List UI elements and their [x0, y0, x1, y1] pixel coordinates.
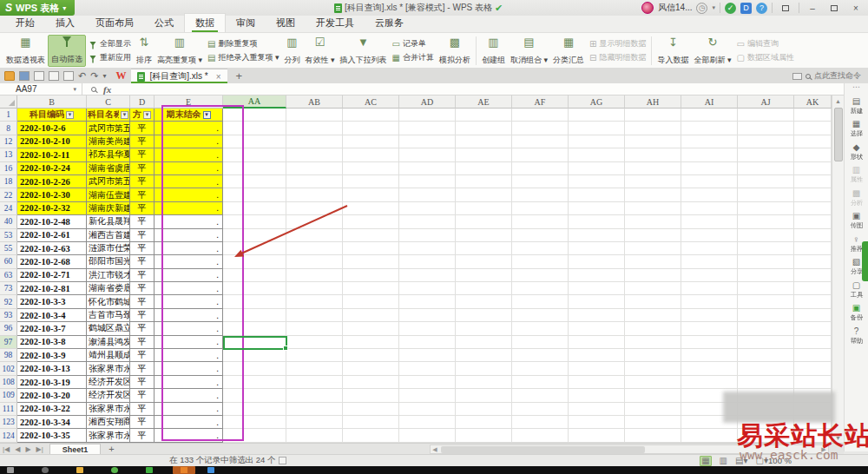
tab-视图[interactable]: 视图 [266, 14, 306, 32]
empty-cell[interactable] [512, 215, 569, 228]
empty-cell[interactable] [399, 403, 456, 416]
scroll-left-icon[interactable]: ◀ [431, 446, 439, 453]
empty-cell[interactable] [399, 376, 456, 389]
empty-cell[interactable] [681, 202, 738, 215]
empty-cell[interactable] [286, 322, 343, 335]
empty-cell[interactable] [681, 309, 738, 322]
cell-name[interactable]: 靖州县顺成机 [87, 349, 130, 362]
row-header-24[interactable]: 24 [0, 202, 17, 215]
empty-cell[interactable] [794, 242, 832, 255]
empty-cell[interactable] [343, 109, 399, 122]
next-sheet-icon[interactable]: ▶ [23, 445, 33, 453]
cell-name[interactable]: 邵阳市国光劳 [87, 255, 130, 268]
empty-cell[interactable] [343, 188, 399, 201]
auto-filter-button[interactable]: 自动筛选 [48, 35, 86, 67]
empty-cell[interactable] [625, 202, 681, 215]
empty-cell[interactable] [794, 349, 832, 362]
empty-cell[interactable] [681, 188, 738, 201]
empty-cell[interactable] [681, 109, 738, 122]
empty-cell[interactable] [286, 229, 343, 242]
empty-cell[interactable] [625, 148, 681, 161]
empty-cell[interactable] [681, 162, 738, 175]
empty-cell[interactable] [569, 148, 625, 161]
empty-cell[interactable] [343, 349, 399, 362]
cell-direction[interactable]: 平 [130, 229, 155, 242]
column-header-AH[interactable]: AH [625, 95, 681, 109]
empty-cell[interactable] [399, 349, 456, 362]
empty-cell[interactable] [794, 109, 832, 122]
empty-cell[interactable] [286, 403, 343, 416]
empty-cell[interactable] [456, 295, 512, 308]
cell-code[interactable]: 2202-10-3-22 [17, 403, 87, 416]
column-header-AI[interactable]: AI [681, 95, 738, 109]
empty-cell[interactable] [569, 215, 625, 228]
empty-cell[interactable] [286, 202, 343, 215]
text-to-columns-button[interactable]: ▥ 分列 [282, 35, 303, 67]
empty-cell[interactable] [286, 162, 343, 175]
empty-cell[interactable] [456, 255, 512, 268]
empty-cell[interactable] [286, 376, 343, 389]
cell-name[interactable]: 吉首市马颈坳 [87, 309, 130, 322]
taskbar-app-icon[interactable] [146, 467, 153, 473]
history-icon[interactable]: ◷ [696, 3, 707, 14]
empty-cell[interactable] [343, 362, 399, 375]
empty-cell[interactable] [399, 135, 456, 148]
cell-code[interactable]: 2202-10-2-81 [17, 282, 87, 295]
cell-name[interactable]: 武冈市第五建 [87, 175, 130, 188]
highlight-duplicates-button[interactable]: ▥ 高亮重复项 ▾ [155, 35, 205, 67]
empty-cell[interactable] [794, 269, 832, 282]
empty-cell[interactable] [343, 376, 399, 389]
row-header-92[interactable]: 92 [0, 295, 17, 308]
sort-button[interactable]: ⇅ 排序 [134, 35, 155, 67]
maximize-button[interactable] [825, 2, 843, 15]
cell-direction[interactable]: 平 [130, 122, 155, 135]
empty-cell[interactable] [738, 376, 794, 389]
empty-cell[interactable] [286, 255, 343, 268]
empty-cell[interactable] [738, 322, 794, 335]
empty-cell[interactable] [681, 135, 738, 148]
empty-cell[interactable] [625, 122, 681, 135]
empty-cell[interactable] [794, 336, 832, 349]
cell-direction[interactable]: 平 [130, 188, 155, 201]
feedback-icon[interactable]: ✓ [725, 3, 736, 14]
empty-cell[interactable] [569, 403, 625, 416]
empty-cell[interactable] [738, 162, 794, 175]
empty-cell[interactable] [512, 376, 569, 389]
row-header-109[interactable]: 109 [0, 389, 17, 402]
cell-name[interactable]: 湘西吉首建筑 [87, 229, 130, 242]
record-form-button[interactable]: ▭记录单 [392, 38, 434, 49]
cell-direction[interactable]: 平 [130, 309, 155, 322]
show-all-button[interactable]: 全部显示 [89, 38, 131, 49]
row-header-55[interactable]: 55 [0, 242, 17, 255]
empty-cell[interactable] [456, 175, 512, 188]
tab-审阅[interactable]: 审阅 [226, 14, 266, 32]
empty-cell[interactable] [343, 309, 399, 322]
empty-cell[interactable] [512, 188, 569, 201]
empty-cell[interactable] [399, 215, 456, 228]
empty-cell[interactable] [286, 269, 343, 282]
cell-direction[interactable]: 平 [130, 336, 155, 349]
empty-cell[interactable] [399, 389, 456, 402]
empty-cell[interactable] [569, 162, 625, 175]
empty-cell[interactable] [456, 403, 512, 416]
cell-direction[interactable]: 平 [130, 175, 155, 188]
empty-cell[interactable] [343, 295, 399, 308]
empty-cell[interactable] [399, 242, 456, 255]
cell-code[interactable]: 2202-10-3-19 [17, 376, 87, 389]
empty-cell[interactable] [625, 336, 681, 349]
empty-cell[interactable] [343, 389, 399, 402]
empty-cell[interactable] [569, 309, 625, 322]
row-header-102[interactable]: 102 [0, 362, 17, 375]
reapply-button[interactable]: 重新应用 [89, 52, 131, 63]
empty-cell[interactable] [738, 349, 794, 362]
page-layout-view-icon[interactable]: ▥ [720, 457, 727, 465]
empty-cell[interactable] [625, 135, 681, 148]
empty-cell[interactable] [286, 389, 343, 402]
empty-cell[interactable] [569, 416, 625, 429]
cell-direction[interactable]: 平 [130, 135, 155, 148]
empty-cell[interactable] [512, 349, 569, 362]
empty-cell[interactable] [456, 162, 512, 175]
empty-cell[interactable] [456, 309, 512, 322]
taskbar-app-icon[interactable] [111, 467, 118, 473]
name-box[interactable]: AA97 ▾ [0, 83, 82, 95]
